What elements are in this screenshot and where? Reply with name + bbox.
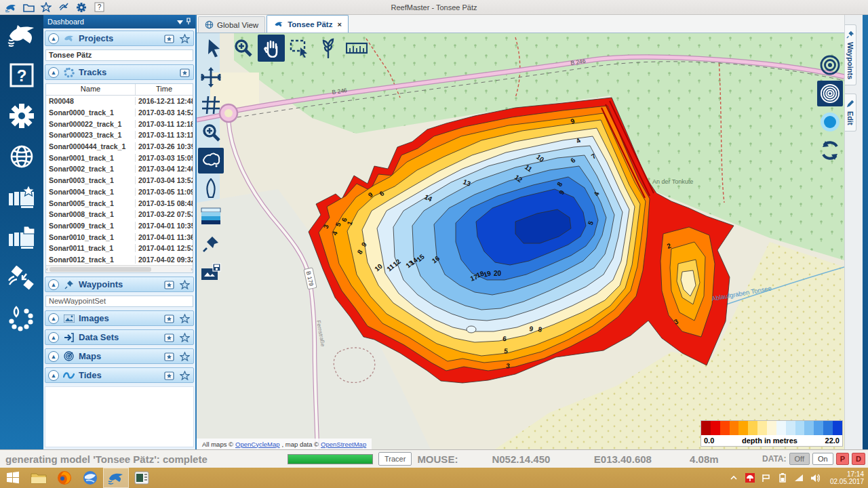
table-row[interactable]: Sonar0011_track_1 2017-04-01 12:53 xyxy=(46,243,193,254)
file-explorer-icon[interactable] xyxy=(26,468,52,488)
web-globe-icon[interactable] xyxy=(6,141,37,172)
firefox-icon[interactable] xyxy=(52,468,77,488)
tides-folder-add-icon[interactable] xyxy=(163,369,175,381)
map-viewport[interactable]: 9613564981011121314151617181920101112131… xyxy=(197,33,844,449)
images-folder-add-icon[interactable] xyxy=(163,312,175,324)
tides-star-icon[interactable] xyxy=(179,369,191,381)
datasets-folder-add-icon[interactable] xyxy=(163,331,175,343)
collapse-chevron-icon[interactable]: ▲ xyxy=(48,33,59,44)
datasets-star-icon[interactable] xyxy=(179,331,191,343)
move-map-tool[interactable] xyxy=(198,64,224,90)
table-row[interactable]: Sonar0004_track_1 2017-03-05 11:09 xyxy=(46,186,193,198)
table-row[interactable]: Sonar0010_track_1 2017-04-01 11:36 xyxy=(46,231,193,243)
measure-ruler-tool[interactable] xyxy=(343,35,370,62)
action-center-flag-icon[interactable] xyxy=(761,472,772,483)
data-d-button[interactable]: D xyxy=(852,453,865,465)
marquee-select-tool[interactable] xyxy=(286,35,313,62)
tab-global-view[interactable]: Global View xyxy=(198,16,265,33)
section-header-tracks[interactable]: ▲ Tracks xyxy=(45,64,194,80)
tab-close-icon[interactable]: × xyxy=(337,20,341,28)
zoom-in-tool[interactable] xyxy=(198,120,224,146)
sonar-processing-icon[interactable] xyxy=(6,304,37,335)
settings-gear-icon[interactable] xyxy=(6,100,37,131)
zoom-tool[interactable] xyxy=(229,35,256,62)
column-header-name[interactable]: Name xyxy=(46,84,136,95)
help-panel-icon[interactable]: ? xyxy=(6,60,37,91)
tray-expand-icon[interactable] xyxy=(728,472,739,483)
table-row[interactable]: Sonar0000444_track_1 2017-03-26 10:39 xyxy=(46,141,193,152)
battery-icon[interactable] xyxy=(777,472,788,483)
dashboard-header[interactable]: Dashboard xyxy=(43,15,195,28)
dashboard-pin-icon[interactable] xyxy=(186,18,191,26)
collapse-chevron-icon[interactable]: ▲ xyxy=(48,332,59,343)
table-row[interactable]: Sonar0012_track_1 2017-04-02 09:32 xyxy=(46,254,193,266)
pan-hand-tool[interactable] xyxy=(258,35,285,62)
start-button[interactable] xyxy=(0,468,26,488)
tracks-folder-add-icon[interactable] xyxy=(179,66,191,78)
waypoints-star-icon[interactable] xyxy=(179,279,191,290)
section-header-datasets[interactable]: ▲ Data Sets xyxy=(45,329,194,345)
section-header-projects[interactable]: ▲ Projects xyxy=(45,30,194,46)
google-earth-icon[interactable] xyxy=(77,468,103,488)
section-header-images[interactable]: ▲ Images xyxy=(45,310,194,326)
table-row[interactable]: Sonar0003_track_1 2017-03-04 13:52 xyxy=(46,175,193,186)
waypointset-item[interactable]: NewWaypointSet xyxy=(45,296,193,307)
refresh-model-tool[interactable] xyxy=(817,138,843,163)
table-row[interactable]: Sonar000022_track_1 2017-03-11 12:18 xyxy=(46,118,193,129)
library-favorites-icon[interactable] xyxy=(6,182,37,213)
data-on-button[interactable]: On xyxy=(812,453,833,465)
table-row[interactable]: Sonar0009_track_1 2017-04-01 10:35 xyxy=(46,220,193,232)
projects-folder-add-icon[interactable] xyxy=(163,33,175,44)
export-image-tool[interactable] xyxy=(198,259,224,285)
collapse-chevron-icon[interactable]: ▲ xyxy=(48,370,59,381)
reefmaster-shark-icon[interactable] xyxy=(6,19,37,50)
depth-fill-tool[interactable] xyxy=(817,109,843,135)
section-header-tides[interactable]: ▲ Tides xyxy=(45,367,194,383)
data-off-button[interactable]: Off xyxy=(789,453,810,465)
grid-toggle-tool[interactable] xyxy=(198,92,224,118)
tracks-table-header[interactable]: Name Time xyxy=(46,84,193,96)
collapse-chevron-icon[interactable]: ▲ xyxy=(48,313,59,324)
contour-rings-tool[interactable] xyxy=(817,81,843,106)
contours-center-dot-tool[interactable] xyxy=(817,52,843,78)
boat-track-tool[interactable] xyxy=(198,176,224,201)
depth-shading-tool[interactable] xyxy=(198,203,224,229)
project-item[interactable]: Tonsee Pätz xyxy=(45,49,193,61)
images-star-icon[interactable] xyxy=(179,312,191,324)
waypoints-folder-add-icon[interactable] xyxy=(163,279,175,290)
section-header-waypoints[interactable]: ▲ Waypoints xyxy=(45,277,194,292)
opencyclemap-link[interactable]: OpenCycleMap xyxy=(235,441,279,448)
bathymetry-map-canvas[interactable]: 9613564981011121314151617181920101112131… xyxy=(197,33,844,449)
select-cursor-tool[interactable] xyxy=(201,35,228,62)
gps-transfer-icon[interactable] xyxy=(6,263,37,294)
network-icon[interactable] xyxy=(793,472,804,483)
antivirus-icon[interactable] xyxy=(745,472,755,483)
table-row[interactable]: Sonar0001_track_1 2017-03-03 15:05 xyxy=(46,152,193,163)
openstreetmap-link[interactable]: OpenStreetMap xyxy=(321,441,366,448)
table-row[interactable]: R00048 2016-12-21 12:48 xyxy=(46,96,193,107)
collapse-chevron-icon[interactable]: ▲ xyxy=(48,279,59,290)
table-row[interactable]: Sonar0000_track_1 2017-03-03 14:52 xyxy=(46,107,193,119)
section-header-maps[interactable]: ▲ Maps xyxy=(45,348,194,364)
tracer-button[interactable]: Tracer xyxy=(378,452,412,466)
dashboard-dropdown-icon[interactable] xyxy=(177,18,183,26)
taskbar-clock[interactable]: 17:14 02.05.2017 xyxy=(826,470,864,485)
tracks-horizontal-scrollbar[interactable]: ‹› xyxy=(46,265,193,272)
table-row[interactable]: Sonar000023_track_1 2017-03-11 13:11: xyxy=(46,129,193,141)
tab-tonsee-paetz[interactable]: Tonsee Pätz × xyxy=(267,15,349,33)
show-basemap-tool[interactable] xyxy=(198,148,224,174)
library-folder-icon[interactable] xyxy=(6,222,37,253)
table-row[interactable]: Sonar0002_track_1 2017-03-04 12:46 xyxy=(46,163,193,175)
tab-edit-vertical[interactable]: Edit xyxy=(845,94,856,131)
tab-waypoints-vertical[interactable]: Waypoints xyxy=(845,24,856,85)
snipping-tool-icon[interactable] xyxy=(129,468,155,488)
column-header-time[interactable]: Time xyxy=(136,84,193,95)
collapse-chevron-icon[interactable]: ▲ xyxy=(48,67,59,78)
collapse-chevron-icon[interactable]: ▲ xyxy=(48,351,59,362)
vegetation-tool[interactable] xyxy=(315,35,342,62)
volume-icon[interactable] xyxy=(810,472,821,483)
waypoint-pin-tool[interactable] xyxy=(198,231,224,257)
maps-folder-add-icon[interactable] xyxy=(163,350,175,362)
table-row[interactable]: Sonar0005_track_1 2017-03-15 08:48 xyxy=(46,197,193,209)
reefmaster-taskbar-icon[interactable] xyxy=(103,468,129,488)
